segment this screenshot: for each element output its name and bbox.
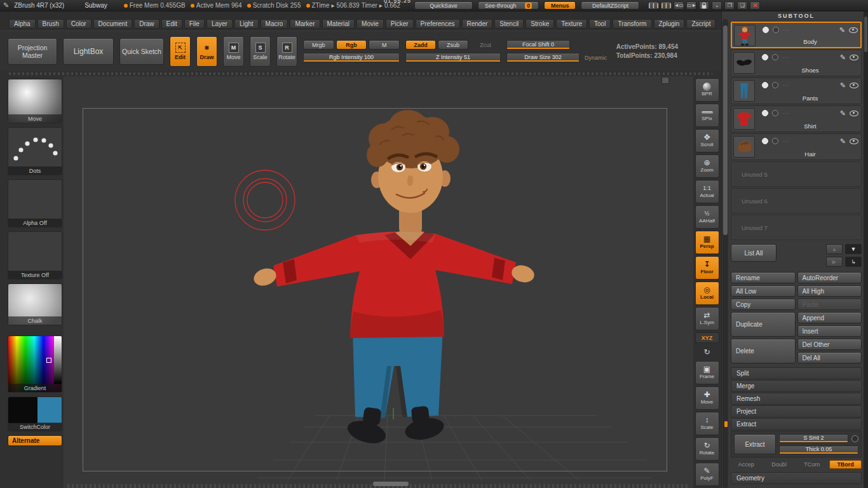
s-smt-slider[interactable]: S Smt 2 xyxy=(779,434,848,443)
panel-scroll-thumb[interactable] xyxy=(723,25,728,235)
see-through-slider[interactable]: See-through 0 xyxy=(478,1,539,10)
section-geometry[interactable]: Geometry xyxy=(731,472,862,484)
quick-sketch-button[interactable]: Quick Sketch xyxy=(119,38,164,65)
color-picker[interactable]: Gradient xyxy=(8,336,62,393)
visibility-toggle-icon[interactable] xyxy=(763,27,769,33)
stroke-selector[interactable]: Dots xyxy=(8,127,62,175)
render-toggle-icon[interactable] xyxy=(773,27,779,33)
canvas-corner-widget[interactable] xyxy=(661,77,669,84)
eye-icon[interactable] xyxy=(850,139,858,144)
aahalf-button[interactable]: ½ AAHalf xyxy=(695,205,719,229)
list-all-button[interactable]: List All xyxy=(731,244,776,262)
del-all-button[interactable]: Del All xyxy=(797,352,862,363)
insert-button[interactable]: Insert xyxy=(797,325,862,337)
accept-button[interactable]: Accep xyxy=(731,460,762,469)
actual-button[interactable]: 1:1 Actual xyxy=(695,180,719,203)
alternate-button[interactable]: Alternate xyxy=(8,435,62,446)
del-other-button[interactable]: Del Other xyxy=(797,339,862,350)
subtool-item-hair[interactable]: ··· ✎ Hair xyxy=(731,133,862,160)
rgb-button[interactable]: Rgb xyxy=(336,40,367,50)
zoom-button[interactable]: ⊕ Zoom xyxy=(695,154,719,178)
menu-draw[interactable]: Draw xyxy=(134,19,159,29)
polyframe-button[interactable]: ✎ PolyF xyxy=(695,463,719,486)
spix-button[interactable]: SPix xyxy=(695,104,719,127)
local-button[interactable]: ◎ Local xyxy=(695,281,719,305)
focal-shift-slider[interactable]: Focal Shift 0 xyxy=(506,40,570,50)
menu-stencil[interactable]: Stencil xyxy=(494,19,524,29)
menus-button[interactable]: Menus xyxy=(544,1,576,10)
menu-tool[interactable]: Tool xyxy=(589,19,611,29)
gyro-button[interactable]: ↻ xyxy=(695,345,719,359)
subtool-item-unused-6[interactable]: Unused 6 xyxy=(731,188,862,214)
polypaint-pen-icon[interactable]: ✎ xyxy=(840,53,846,62)
subtool-item-body[interactable]: ··· ✎ Body xyxy=(731,22,862,48)
eye-icon[interactable] xyxy=(850,111,858,116)
section-split[interactable]: Split xyxy=(731,367,862,379)
render-toggle-icon[interactable] xyxy=(772,54,778,60)
all-high-button[interactable]: All High xyxy=(797,285,862,297)
menu-stroke[interactable]: Stroke xyxy=(526,19,554,29)
menu-marker[interactable]: Marker xyxy=(290,19,320,29)
xyz-button[interactable]: XYZ xyxy=(695,332,719,343)
zadd-button[interactable]: Zadd xyxy=(405,40,436,50)
eye-icon[interactable] xyxy=(850,83,858,88)
menu-brush[interactable]: Brush xyxy=(37,19,64,29)
window-cascade-icon[interactable]: ❏ xyxy=(737,1,747,10)
doc-shift-left-icon[interactable]: ◄▭ xyxy=(674,1,684,10)
rotate-button[interactable]: R Rotate xyxy=(276,36,297,67)
alpha-selector[interactable]: Alpha Off xyxy=(8,179,62,227)
chevron-down-icon[interactable]: ⌄ xyxy=(712,1,722,10)
section-project[interactable]: Project xyxy=(731,405,862,417)
window-scroll-thumb[interactable] xyxy=(864,17,867,52)
canvas-h-scrollbar[interactable] xyxy=(373,482,409,486)
brush-selector[interactable]: Move xyxy=(8,79,62,123)
menu-movie[interactable]: Movie xyxy=(356,19,384,29)
lsym-button[interactable]: ⇄ L.Sym xyxy=(695,307,719,330)
panel-scrollbar[interactable] xyxy=(722,19,728,488)
z-intensity-slider[interactable]: Z Intensity 51 xyxy=(405,53,501,62)
persp-button[interactable]: ▦ Persp xyxy=(695,231,719,254)
render-toggle-icon[interactable] xyxy=(772,110,778,116)
lightbox-button[interactable]: LightBox xyxy=(63,38,114,65)
grayscale-bar[interactable] xyxy=(54,336,62,384)
menu-file[interactable]: File xyxy=(184,19,205,29)
m-button[interactable]: M xyxy=(369,40,400,50)
extract-button[interactable]: Extract xyxy=(734,434,776,454)
frame-button[interactable]: ▣ Frame xyxy=(695,361,719,384)
tcorn-button[interactable]: TCorn xyxy=(797,460,828,469)
viewport-3d[interactable] xyxy=(64,76,693,488)
main-color-swatch[interactable] xyxy=(8,397,37,423)
eye-icon[interactable] xyxy=(849,27,858,33)
window-restore-icon[interactable]: ❐ xyxy=(724,1,735,10)
menu-texture[interactable]: Texture xyxy=(556,19,587,29)
scroll-button[interactable]: ✥ Scroll xyxy=(695,129,719,152)
eye-icon[interactable] xyxy=(850,55,858,60)
material-selector[interactable]: Chalk xyxy=(8,283,62,325)
paste-button[interactable]: Paste xyxy=(797,299,862,310)
visibility-toggle-icon[interactable] xyxy=(762,54,768,60)
window-scrollbar[interactable] xyxy=(864,11,868,488)
zcut-button[interactable]: Zcut xyxy=(470,40,501,50)
zsub-button[interactable]: Zsub xyxy=(438,40,468,50)
lock-icon[interactable] xyxy=(699,1,709,10)
menu-document[interactable]: Document xyxy=(93,19,133,29)
section-merge[interactable]: Merge xyxy=(731,380,862,392)
color-picker-selector[interactable] xyxy=(46,358,51,363)
menu-picker[interactable]: Picker xyxy=(386,19,414,29)
draw-button[interactable]: ⨳ Draw xyxy=(196,36,217,67)
switch-color-widget[interactable]: SwitchColor xyxy=(8,396,62,431)
subtool-item-unused-5[interactable]: Unused 5 xyxy=(731,161,862,187)
autoreorder-button[interactable]: AutoReorder xyxy=(797,272,862,283)
panel-title[interactable]: SubTool xyxy=(731,13,862,22)
subtool-item-pants[interactable]: ··· ✎ Pants xyxy=(731,78,862,104)
secondary-color-swatch[interactable] xyxy=(37,397,62,423)
all-low-button[interactable]: All Low xyxy=(731,285,796,297)
delete-button[interactable]: Delete xyxy=(731,339,796,363)
rgb-intensity-slider[interactable]: Rgb Intensity 100 xyxy=(303,53,400,62)
shift-right-icon[interactable]: ▶ xyxy=(826,257,843,267)
menu-alpha[interactable]: Alpha xyxy=(9,19,36,29)
mrgb-button[interactable]: Mrgb xyxy=(303,40,334,50)
duplicate-button[interactable]: Duplicate xyxy=(731,312,796,337)
menu-render[interactable]: Render xyxy=(462,19,493,29)
projection-master-button[interactable]: Projection Master xyxy=(8,38,57,65)
